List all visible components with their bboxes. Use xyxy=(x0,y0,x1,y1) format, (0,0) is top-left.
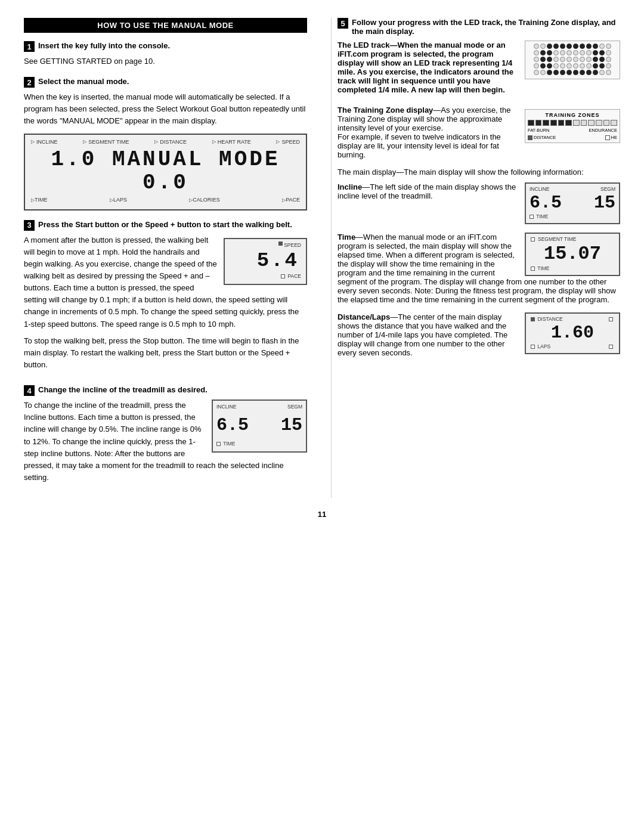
time-label: TIME xyxy=(537,265,549,271)
speed-display: SPEED 5.4 PACE xyxy=(224,238,307,286)
tz-bar xyxy=(611,120,617,126)
tz-bar xyxy=(596,120,602,126)
main-display-intro: The main display—The main display will s… xyxy=(338,168,620,176)
incline-main-label: INCLINE xyxy=(530,186,550,192)
dist-sq-r xyxy=(609,345,613,349)
led-dot xyxy=(547,44,552,49)
led-dot xyxy=(560,70,565,75)
led-dot xyxy=(606,44,611,49)
step-3-heading: Press the Start button or the Speed + bu… xyxy=(38,220,292,229)
led-dot xyxy=(547,63,552,69)
incline-display-main: INCLINE SEGM 6.5 15 TIME xyxy=(525,182,620,224)
incline-left-num-main: 6.5 xyxy=(530,193,562,213)
incline-arrow: ▷ xyxy=(31,138,35,145)
led-dot xyxy=(593,50,598,55)
led-dot xyxy=(580,50,585,55)
led-dot xyxy=(540,50,546,55)
lcd-label-distance: DISTANCE xyxy=(160,138,187,147)
heart-rate-arrow: ▷ xyxy=(212,138,216,145)
lcd-label-laps: LAPS xyxy=(113,197,127,203)
led-dot xyxy=(534,44,539,49)
distance-label-top: DISTANCE xyxy=(531,316,563,322)
step-2-body: When the key is inserted, the manual mod… xyxy=(24,91,307,210)
led-row xyxy=(528,50,617,55)
lcd-main-display: 1.0 MANUAL MODE 0.0 xyxy=(31,148,300,195)
pace-sq-icon xyxy=(281,274,285,278)
tz-label-endurance: ENDURANCE xyxy=(589,128,617,133)
incline-title: Incline xyxy=(338,182,362,191)
led-dot xyxy=(599,63,605,69)
distance-number: 1.60 xyxy=(531,323,614,343)
step-1-heading: Insert the key fully into the console. xyxy=(38,41,170,50)
distance-title: Distance/Laps xyxy=(338,312,390,321)
led-dot xyxy=(586,44,592,49)
step-4-body: INCLINE SEGM 6.5 15 TIME To change the i… xyxy=(24,400,307,488)
led-dot xyxy=(593,44,598,49)
dist-top-sq2 xyxy=(609,317,613,321)
step-1: 1 Insert the key fully into the console.… xyxy=(24,41,307,67)
distance-section: DISTANCE 1.60 LAPS Dista xyxy=(338,312,620,357)
led-dot xyxy=(547,57,552,62)
incline-desc: The left side of the main display shows … xyxy=(338,182,516,200)
led-dot xyxy=(534,70,539,75)
step-3-number: 3 xyxy=(24,220,35,231)
tz-sub-he: HE xyxy=(611,135,617,140)
led-track-display xyxy=(525,41,620,79)
time-section: SEGMENT TIME 15.07 TIME Time—When the ma… xyxy=(338,233,620,304)
time-sq xyxy=(531,267,535,271)
led-dot xyxy=(606,63,611,69)
led-dot xyxy=(534,50,539,55)
seg-time-arrow: ▷ xyxy=(83,138,86,145)
led-row xyxy=(528,70,617,75)
time-title: Time xyxy=(338,233,355,241)
training-zones-section: TRAINING ZONES FAT-BURN ENDURANCE DISTAN… xyxy=(338,106,620,159)
lcd-label-seg-time: SEGMENT TIME xyxy=(88,138,129,147)
step-1-title: 1 Insert the key fully into the console. xyxy=(24,41,307,52)
incline-display-step4: INCLINE SEGM 6.5 15 TIME xyxy=(212,400,307,453)
led-dot xyxy=(599,44,605,49)
pace-label: PACE xyxy=(287,273,301,279)
distance-arrow: ▷ xyxy=(154,138,158,145)
seg-time-display: SEGMENT TIME 15.07 TIME xyxy=(525,233,620,276)
led-dot xyxy=(553,57,559,62)
speed-number: 5.4 xyxy=(230,250,301,272)
lcd-panel-top-labels: ▷INCLINE ▷SEGMENT TIME ▷DISTANCE ▷HEART … xyxy=(31,138,300,147)
step-3-title: 3 Press the Start button or the Speed + … xyxy=(24,220,307,231)
distance-sq xyxy=(531,317,535,321)
incline-segm-label: SEGM xyxy=(600,186,615,192)
led-dot xyxy=(593,63,598,69)
left-column: HOW TO USE THE MANUAL MODE 1 Insert the … xyxy=(24,18,313,498)
speed-label: SPEED xyxy=(284,241,301,249)
step-2-heading: Select the manual mode. xyxy=(38,77,129,86)
tz-title: TRAINING ZONES xyxy=(528,112,617,118)
led-dot xyxy=(586,63,592,69)
incline-right-number: 15 xyxy=(281,411,302,439)
led-dot xyxy=(573,70,578,75)
seg-time-sq xyxy=(531,237,535,241)
seg-time-label: SEGMENT TIME xyxy=(538,236,576,242)
incline-label-top: INCLINE xyxy=(216,403,237,411)
tz-bar xyxy=(588,120,595,126)
lcd-label-speed: SPEED xyxy=(281,138,300,147)
led-dot xyxy=(540,70,546,75)
led-dot xyxy=(553,70,559,75)
lcd-label-pace: PACE xyxy=(286,197,300,203)
step-4-heading: Change the incline of the treadmill as d… xyxy=(38,385,208,394)
led-dot xyxy=(566,57,572,62)
led-dot xyxy=(540,57,546,62)
step-5-title: 5 Follow your progress with the LED trac… xyxy=(338,18,620,36)
tz-bar xyxy=(558,120,565,126)
tz-bar xyxy=(573,120,580,126)
tz-bar xyxy=(528,120,534,126)
laps-label: LAPS xyxy=(537,343,550,349)
dist-bottom-right xyxy=(609,343,614,349)
tz-bar xyxy=(565,120,572,126)
step-4-title: 4 Change the incline of the treadmill as… xyxy=(24,385,307,396)
led-dot xyxy=(580,44,585,49)
led-track-section: The LED track—When the manual mode or an… xyxy=(338,41,620,97)
step-3-body: SPEED 5.4 PACE A moment after the button… xyxy=(24,234,307,376)
tz-bar xyxy=(550,120,557,126)
led-dot xyxy=(534,63,539,69)
led-dot xyxy=(566,70,572,75)
led-dot xyxy=(573,50,578,55)
